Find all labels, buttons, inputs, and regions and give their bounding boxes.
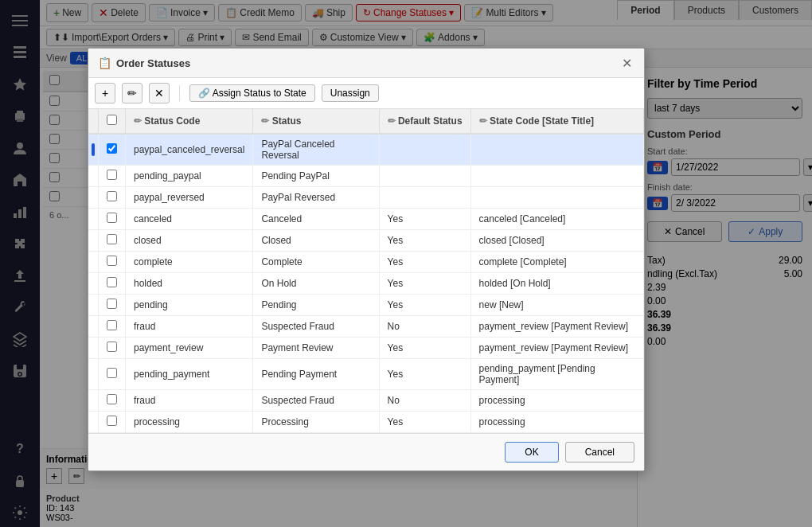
row-checkbox-cell <box>99 187 126 209</box>
status-row-checkbox-9[interactable] <box>107 342 117 352</box>
status-cell: Canceled <box>253 209 379 230</box>
default-status-cell: Yes <box>379 359 470 390</box>
status-table-row[interactable]: complete Complete Yes complete [Complete… <box>88 252 644 273</box>
default-status-cell: Yes <box>379 412 470 433</box>
modal-edit-button[interactable]: ✏ <box>122 83 142 103</box>
status-table-row[interactable]: pending Pending Yes new [New] <box>88 295 644 316</box>
row-indicator-cell <box>88 209 99 230</box>
status-code-cell: pending <box>126 295 253 316</box>
status-row-checkbox-0[interactable] <box>107 143 117 154</box>
status-cell: Suspected Fraud <box>253 316 379 338</box>
status-code-cell: canceled <box>126 209 253 230</box>
status-row-checkbox-3[interactable] <box>107 213 117 223</box>
status-cell: Payment Review <box>253 338 379 359</box>
state-code-col-icon: ✏ <box>479 115 487 127</box>
state-code-cell: payment_review [Payment Review] <box>470 338 643 359</box>
status-row-checkbox-1[interactable] <box>107 170 117 180</box>
state-code-cell: holded [On Hold] <box>470 273 643 295</box>
col-default-status-header: ✏ Default Status <box>379 109 470 134</box>
modal-toolbar: + ✏ ✕ 🔗 Assign Status to State Unassign <box>88 78 644 109</box>
status-code-cell: payment_review <box>126 338 253 359</box>
status-table-row[interactable]: fraud Suspected Fraud No payment_review … <box>88 316 644 338</box>
col-status-code-header: ✏ Status Code <box>126 109 253 134</box>
row-indicator-cell <box>88 412 99 433</box>
row-checkbox-cell <box>99 252 126 273</box>
row-indicator-cell <box>88 134 99 166</box>
status-table-row[interactable]: pending_payment Pending Payment Yes pend… <box>88 359 644 390</box>
status-table-row[interactable]: processing Processing Yes processing <box>88 412 644 433</box>
status-table-row[interactable]: closed Closed Yes closed [Closed] <box>88 230 644 252</box>
status-row-checkbox-6[interactable] <box>107 277 117 287</box>
row-indicator-cell <box>88 273 99 295</box>
row-indicator-cell <box>88 187 99 209</box>
col-status-header: ✏ Status <box>253 109 379 134</box>
status-row-checkbox-4[interactable] <box>107 234 117 244</box>
default-status-cell: Yes <box>379 273 470 295</box>
row-checkbox-cell <box>99 166 126 187</box>
status-code-cell: pending_payment <box>126 359 253 390</box>
status-table-row[interactable]: payment_review Payment Review Yes paymen… <box>88 338 644 359</box>
status-code-cell: fraud <box>126 316 253 338</box>
default-status-cell: Yes <box>379 209 470 230</box>
status-code-col-icon: ✏ <box>134 115 142 127</box>
status-cell: Complete <box>253 252 379 273</box>
default-status-cell: Yes <box>379 338 470 359</box>
status-cell: Processing <box>253 412 379 433</box>
state-code-cell <box>470 134 643 166</box>
status-row-checkbox-8[interactable] <box>107 320 117 330</box>
default-status-cell <box>379 134 470 166</box>
ok-button[interactable]: OK <box>505 442 558 463</box>
modal-table-wrap: ✏ Status Code ✏ Status ✏ Default Status <box>88 109 644 433</box>
state-code-cell: complete [Complete] <box>470 252 643 273</box>
status-table-row[interactable]: fraud Suspected Fraud No processing <box>88 390 644 412</box>
select-all-status-checkbox[interactable] <box>107 115 117 125</box>
status-cell: On Hold <box>253 273 379 295</box>
row-checkbox-cell <box>99 412 126 433</box>
status-row-checkbox-10[interactable] <box>107 368 117 378</box>
modal-close-button[interactable]: ✕ <box>619 55 634 71</box>
status-code-cell: closed <box>126 230 253 252</box>
status-table-row[interactable]: pending_paypal Pending PayPal <box>88 166 644 187</box>
status-table-row[interactable]: paypal_reversed PayPal Reversed <box>88 187 644 209</box>
row-indicator-cell <box>88 166 99 187</box>
status-table-row[interactable]: canceled Canceled Yes canceled [Canceled… <box>88 209 644 230</box>
state-code-cell <box>470 166 643 187</box>
status-code-cell: fraud <box>126 390 253 412</box>
status-code-cell: complete <box>126 252 253 273</box>
row-checkbox-cell <box>99 273 126 295</box>
status-table-row[interactable]: paypal_canceled_reversal PayPal Canceled… <box>88 134 644 166</box>
row-checkbox-cell <box>99 209 126 230</box>
state-code-cell: new [New] <box>470 295 643 316</box>
status-cell: Suspected Fraud <box>253 390 379 412</box>
row-indicator-cell <box>88 359 99 390</box>
modal-footer: OK Cancel <box>88 433 644 470</box>
state-code-cell: canceled [Canceled] <box>470 209 643 230</box>
modal-cancel-button[interactable]: Cancel <box>565 442 634 463</box>
state-code-cell <box>470 187 643 209</box>
default-status-cell: No <box>379 390 470 412</box>
status-row-checkbox-12[interactable] <box>107 416 117 426</box>
status-cell: Closed <box>253 230 379 252</box>
status-cell: Pending Payment <box>253 359 379 390</box>
status-table-row[interactable]: holded On Hold Yes holded [On Hold] <box>88 273 644 295</box>
row-indicator-cell <box>88 295 99 316</box>
order-statuses-modal: 📋 Order Statuses ✕ + ✏ ✕ 🔗 Assign Status… <box>88 48 645 471</box>
modal-delete-button[interactable]: ✕ <box>149 83 170 103</box>
modal-overlay: 📋 Order Statuses ✕ + ✏ ✕ 🔗 Assign Status… <box>0 0 812 527</box>
row-checkbox-cell <box>99 316 126 338</box>
status-row-checkbox-5[interactable] <box>107 256 117 266</box>
status-row-checkbox-11[interactable] <box>107 394 117 404</box>
assign-status-button[interactable]: 🔗 Assign Status to State <box>189 84 315 102</box>
modal-title: Order Statuses <box>116 57 190 69</box>
status-col-icon: ✏ <box>261 115 269 127</box>
row-checkbox-cell <box>99 295 126 316</box>
status-cell: Pending <box>253 295 379 316</box>
status-code-cell: paypal_reversed <box>126 187 253 209</box>
status-code-cell: pending_paypal <box>126 166 253 187</box>
unassign-button[interactable]: Unassign <box>322 84 379 102</box>
col-checkbox-header <box>99 109 126 134</box>
status-row-checkbox-7[interactable] <box>107 299 117 309</box>
status-row-checkbox-2[interactable] <box>107 191 117 201</box>
modal-add-button[interactable]: + <box>95 83 115 103</box>
default-status-cell: Yes <box>379 252 470 273</box>
